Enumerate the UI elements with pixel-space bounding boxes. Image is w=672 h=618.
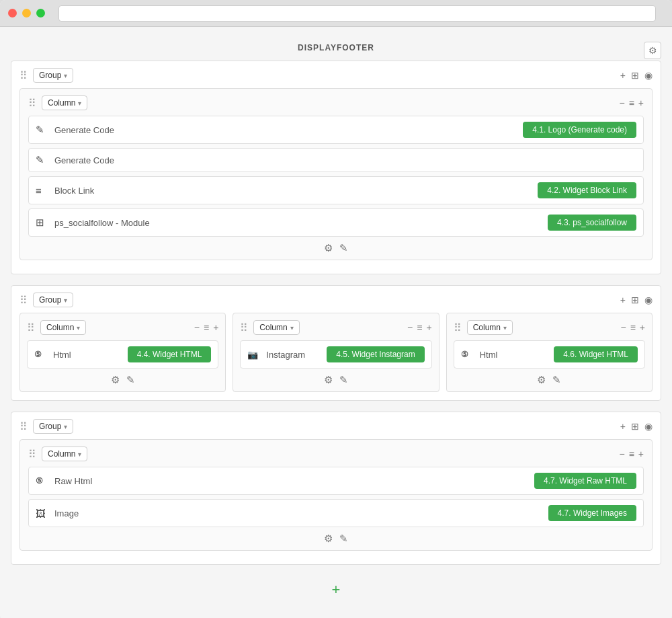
group-block-1: ⠿ Group ▾ + ⊞ ◉ ⠿ — [11, 61, 661, 274]
col2b-actions: ⚙ ✎ — [240, 374, 431, 386]
drag-handle-col2c[interactable]: ⠿ — [454, 321, 462, 334]
bottom-plus-area: + — [11, 576, 661, 611]
col2a-actions: ⚙ ✎ — [27, 374, 218, 386]
caret-icon: ▾ — [78, 100, 81, 107]
widget-row-block-link: ≡ Block Link 4.2. Widget Block Link — [28, 176, 644, 204]
widget-row-generate-code-1: ✎ Generate Code 4.1. Logo (Generate code… — [28, 116, 644, 144]
col2a-action-gear[interactable]: ⚙ — [111, 374, 120, 386]
column-block-3: ⠿ Column ▾ − ≡ + ⑤ Raw Html — [19, 439, 653, 551]
badge-instagram[interactable]: 4.5. Widget Instagram — [327, 346, 424, 362]
col1-action-gear[interactable]: ⚙ — [324, 242, 333, 254]
col2c-action-pencil[interactable]: ✎ — [552, 374, 561, 386]
drag-handle-col2b[interactable]: ⠿ — [240, 321, 248, 334]
group-2-clock-icon[interactable]: ◉ — [644, 295, 653, 305]
widget-row-image: 🖼 Image 4.7. Widget Images — [28, 499, 644, 527]
browser-window: DISPLAYFOOTER ⚙ ⠿ Group ▾ + ⊞ ◉ — [0, 0, 672, 618]
col2c-lines-icon[interactable]: ≡ — [630, 322, 636, 333]
badge-html-2[interactable]: 4.6. Widget HTML — [554, 346, 638, 362]
minimize-btn[interactable] — [22, 9, 31, 17]
col2c-plus-icon[interactable]: + — [640, 322, 645, 333]
widget-row-instagram: 📷 Instagram 4.5. Widget Instagram — [240, 340, 431, 369]
column-1-dropdown[interactable]: Column ▾ — [42, 95, 87, 110]
col3-minus-icon[interactable]: − — [619, 449, 624, 459]
badge-ps-social[interactable]: 4.3. ps_socialfollow — [548, 215, 636, 231]
drag-handle-col2a[interactable]: ⠿ — [27, 321, 35, 334]
col1-lines-icon[interactable]: ≡ — [629, 98, 634, 108]
group-3-grid-icon[interactable]: ⊞ — [631, 421, 639, 432]
col2b-minus-icon[interactable]: − — [407, 322, 413, 333]
column-2b-dropdown[interactable]: Column ▾ — [253, 320, 299, 335]
badge-html-1[interactable]: 4.4. Widget HTML — [128, 346, 212, 362]
group-1-grid-icon[interactable]: ⊞ — [631, 70, 639, 81]
add-group-button[interactable]: + — [332, 582, 341, 597]
badge-image[interactable]: 4.7. Widget Images — [548, 505, 636, 521]
group-block-2: ⠿ Group ▾ + ⊞ ◉ ⠿ — [11, 285, 661, 401]
page-content: DISPLAYFOOTER ⚙ ⠿ Group ▾ + ⊞ ◉ — [0, 27, 672, 618]
column-2b-header: ⠿ Column ▾ − ≡ + — [240, 320, 431, 335]
col2c-minus-icon[interactable]: − — [620, 322, 626, 333]
column-2c-dropdown[interactable]: Column ▾ — [467, 320, 513, 335]
col2c-action-gear[interactable]: ⚙ — [537, 374, 546, 386]
caret-icon-g3: ▾ — [64, 423, 67, 430]
drag-handle-group2[interactable]: ⠿ — [19, 294, 28, 307]
drag-handle-col3[interactable]: ⠿ — [28, 448, 36, 461]
widget-row-html-1: ⑤ Html 4.4. Widget HTML — [27, 340, 218, 369]
col2a-plus-icon[interactable]: + — [213, 322, 218, 333]
code-icon-2: ✎ — [36, 154, 49, 166]
three-column-layout: ⠿ Column ▾ − ≡ + ⑤ — [19, 313, 653, 392]
image-icon: 🖼 — [36, 508, 49, 519]
group-1-clock-icon[interactable]: ◉ — [644, 70, 653, 81]
group-2-header: ⠿ Group ▾ + ⊞ ◉ — [19, 293, 653, 307]
group-1-dropdown[interactable]: Group ▾ — [33, 68, 73, 83]
badge-logo[interactable]: 4.1. Logo (Generate code) — [523, 122, 636, 138]
badge-raw-html[interactable]: 4.7. Widget Raw HTML — [534, 473, 636, 489]
group-2-grid-icon[interactable]: ⊞ — [631, 295, 639, 305]
col3-action-pencil[interactable]: ✎ — [339, 533, 348, 545]
col1-minus-icon[interactable]: − — [619, 98, 624, 108]
browser-titlebar — [0, 0, 672, 27]
page-title: DISPLAYFOOTER — [298, 43, 374, 52]
col2a-minus-icon[interactable]: − — [194, 322, 200, 333]
group-1-header: ⠿ Group ▾ + ⊞ ◉ — [19, 68, 653, 83]
maximize-btn[interactable] — [36, 9, 45, 17]
group-2-add-icon[interactable]: + — [620, 295, 626, 305]
group-3-add-icon[interactable]: + — [620, 421, 626, 432]
group-1-add-icon[interactable]: + — [620, 70, 626, 81]
col1-action-pencil[interactable]: ✎ — [339, 242, 348, 254]
col2b-action-pencil[interactable]: ✎ — [339, 374, 348, 386]
group-3-dropdown[interactable]: Group ▾ — [33, 419, 73, 434]
column-1-header: ⠿ Column ▾ − ≡ + — [28, 95, 644, 110]
list-icon: ≡ — [36, 185, 49, 196]
col1-actions: ⚙ ✎ — [28, 242, 644, 254]
widget-row-ps-social: ⊞ ps_socialfollow - Module 4.3. ps_socia… — [28, 208, 644, 237]
col2b-plus-icon[interactable]: + — [426, 322, 431, 333]
col3-action-gear[interactable]: ⚙ — [324, 533, 333, 545]
column-block-2a: ⠿ Column ▾ − ≡ + ⑤ — [19, 313, 226, 392]
col3-lines-icon[interactable]: ≡ — [629, 449, 634, 459]
col2c-actions: ⚙ ✎ — [454, 374, 645, 386]
col1-plus-icon[interactable]: + — [638, 98, 644, 108]
col2b-action-gear[interactable]: ⚙ — [324, 374, 333, 386]
col2a-action-pencil[interactable]: ✎ — [126, 374, 135, 386]
drag-handle-group3[interactable]: ⠿ — [19, 420, 28, 433]
drag-handle-group1[interactable]: ⠿ — [19, 69, 28, 82]
col3-plus-icon[interactable]: + — [638, 449, 644, 459]
badge-block-link[interactable]: 4.2. Widget Block Link — [538, 182, 636, 198]
column-block-2c: ⠿ Column ▾ − ≡ + ⑤ — [446, 313, 653, 392]
column-3-header: ⠿ Column ▾ − ≡ + — [28, 447, 644, 461]
col2b-lines-icon[interactable]: ≡ — [417, 322, 422, 333]
column-2a-dropdown[interactable]: Column ▾ — [40, 320, 86, 335]
group-3-clock-icon[interactable]: ◉ — [644, 421, 653, 432]
caret-icon-g2: ▾ — [64, 297, 67, 304]
drag-handle-col1[interactable]: ⠿ — [28, 97, 36, 110]
address-bar[interactable] — [58, 5, 656, 22]
page-gear-button[interactable]: ⚙ — [644, 42, 661, 59]
column-3-dropdown[interactable]: Column ▾ — [42, 447, 87, 461]
caret-icon: ▾ — [64, 72, 67, 79]
group-2-dropdown[interactable]: Group ▾ — [33, 293, 73, 307]
col2a-lines-icon[interactable]: ≡ — [204, 322, 209, 333]
close-btn[interactable] — [8, 9, 17, 17]
instagram-icon: 📷 — [247, 350, 261, 360]
widget-row-raw-html: ⑤ Raw Html 4.7. Widget Raw HTML — [28, 467, 644, 495]
column-2c-header: ⠿ Column ▾ − ≡ + — [454, 320, 645, 335]
